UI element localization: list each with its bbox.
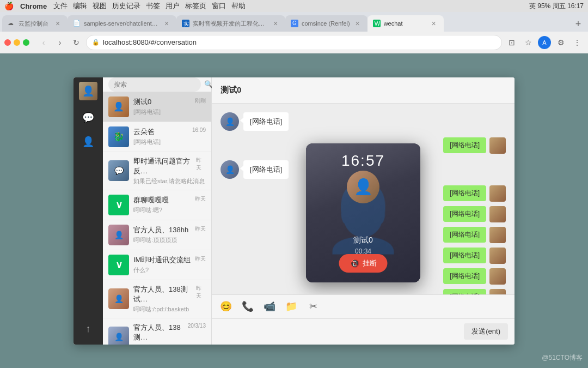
conv-info-official3: 官方人员、138测试… 昨天 呵呵哒:/:pd:/:basketb <box>133 285 206 313</box>
user-avatar: 👤 <box>79 82 97 100</box>
browser-window: ☁ 云监控制台 × 📄 samples-server/chatclient.js… <box>0 12 588 368</box>
conv-name-imgroup: IM即时通讯交流组 <box>133 255 191 265</box>
video-button[interactable]: 📹 <box>262 299 277 314</box>
conv-preview: [网络电话] <box>133 108 206 116</box>
right-avatar-3 <box>489 206 506 222</box>
right-bubble-7: [网络电话] <box>443 289 486 294</box>
chat-header: 测试0 <box>212 77 514 104</box>
conv-item-official3[interactable]: 👤 官方人员、138测试… 昨天 呵呵哒:/:pd:/:basketb <box>103 280 211 318</box>
tab4-title: comsince (Renfei) <box>302 20 350 27</box>
star-icon[interactable]: ☆ <box>522 36 535 49</box>
profile-icon[interactable]: A <box>538 36 551 49</box>
right-bubble-2: [网络电话] <box>443 185 486 201</box>
right-msg-row5: [网络电话] <box>443 248 506 264</box>
conv-info-group1: 群聊嘎嘎嘎 昨天 呵呵哒:嗯? <box>133 195 206 214</box>
tab-realtime[interactable]: 实 实时音视频开发的工程化实践[… × <box>176 15 285 32</box>
app-content: 👤 💬 👤 ↑ 🔍 <box>0 53 588 368</box>
menu-users[interactable]: 用户 <box>166 1 180 11</box>
tab4-close[interactable]: × <box>353 19 362 28</box>
scissors-button[interactable]: ✂ <box>305 299 321 314</box>
mac-status: 英 95% 周五 16:17 <box>529 2 584 11</box>
search-bar: 🔍 <box>103 77 211 92</box>
maximize-traffic[interactable] <box>23 39 29 46</box>
sidebar-icons: 👤 💬 👤 ↑ <box>74 77 103 345</box>
conv-item-official2[interactable]: 👤 官方人员、138hh 昨天 呵呵哒:顶顶顶顶 <box>103 220 211 250</box>
chat-messages: 👤 [网络电话] [网络电话] 👤 [网络电话] <box>212 104 514 294</box>
tab5-close[interactable]: × <box>430 19 438 28</box>
tab3-close[interactable]: × <box>271 19 280 28</box>
conv-item-official4[interactable]: 👤 官方人员、138测… 20/3/13 呵呵哒:sdfdfsad <box>103 318 211 345</box>
settings-icon: ↑ <box>86 323 91 335</box>
minimize-traffic[interactable] <box>14 39 20 46</box>
conv-item-imgroup[interactable]: ∨ IM即时通讯交流组 昨天 什么? <box>103 250 211 280</box>
menu-file[interactable]: 文件 <box>53 1 68 11</box>
conv-time-official4: 20/3/13 <box>188 323 206 342</box>
menu-icon[interactable]: ⋮ <box>571 36 584 49</box>
tab-comsince[interactable]: G comsince (Renfei) × <box>285 15 367 32</box>
new-tab-button[interactable]: + <box>571 16 586 32</box>
conv-item-ceshi0[interactable]: 👤 测试0 刚刚 [网络电话] <box>103 92 211 122</box>
msg-avatar-left1: 👤 <box>220 112 239 131</box>
close-traffic[interactable] <box>4 39 11 46</box>
tab-yunjian[interactable]: ☁ 云监控制台 × <box>2 15 68 32</box>
conv-info-official: 即时通讯问题官方反… 昨天 如果已经star,请您略此消息 <box>133 156 206 185</box>
conv-name-yunduba: 云朵爸 <box>133 127 155 137</box>
conv-item-group1[interactable]: ∨ 群聊嘎嘎嘎 昨天 呵呵哒:嗯? <box>103 190 211 220</box>
contacts-icon: 👤 <box>82 136 94 148</box>
chat-area: 测试0 👤 [网络电话] [网络电话] <box>212 77 514 345</box>
menu-help[interactable]: 帮助 <box>231 1 246 11</box>
sidebar-settings-icon[interactable]: ↑ <box>77 318 99 340</box>
chat-input-area: 发送(ent) <box>212 318 514 345</box>
forward-button[interactable]: › <box>53 36 66 49</box>
menu-tabs[interactable]: 标签页 <box>185 1 206 11</box>
conv-info-official2: 官方人员、138hh 昨天 呵呵哒:顶顶顶顶 <box>133 225 206 244</box>
conv-time: 刚刚 <box>195 97 206 107</box>
tab-wechat[interactable]: W wechat × <box>367 15 444 32</box>
conv-avatar-official4: 👤 <box>108 327 129 345</box>
tab-bar: ☁ 云监控制台 × 📄 samples-server/chatclient.js… <box>0 12 588 32</box>
right-msg-row7: [网络电话] <box>443 289 506 294</box>
tab1-close[interactable]: × <box>53 19 62 28</box>
back-button[interactable]: ‹ <box>37 36 50 49</box>
emoji-button[interactable]: 😊 <box>218 299 234 314</box>
right-avatar-2 <box>489 185 506 202</box>
conv-time-imgroup: 昨天 <box>195 255 206 265</box>
url-bar[interactable]: 🔒 localhost:8080/#/conversation <box>86 35 502 50</box>
send-button[interactable]: 发送(ent) <box>464 323 508 340</box>
menu-bookmarks[interactable]: 书签 <box>146 1 160 11</box>
message-row-left1: 👤 [网络电话] <box>220 112 506 131</box>
search-input[interactable] <box>108 77 201 92</box>
cast-icon[interactable]: ⊡ <box>505 36 518 49</box>
tab2-close[interactable]: × <box>162 19 171 28</box>
hangup-label: 挂断 <box>363 258 377 268</box>
right-msg-row2: [网络电话] <box>443 185 506 202</box>
conv-preview-official3: 呵呵哒:/:pd:/:basketb <box>133 305 206 313</box>
sidebar-contacts-icon[interactable]: 👤 <box>77 131 99 153</box>
hangup-button[interactable]: 📵 挂断 <box>339 254 388 273</box>
conv-avatar-imgroup: ∨ <box>108 255 129 275</box>
menu-history[interactable]: 历史记录 <box>112 1 140 11</box>
menu-view[interactable]: 视图 <box>93 1 107 11</box>
tab-samples[interactable]: 📄 samples-server/chatclient.js ≡ × <box>68 15 176 32</box>
conv-preview-imgroup: 什么? <box>133 266 206 274</box>
conv-item-yunduba[interactable]: 🐉 云朵爸 16:09 [网络电话] <box>103 122 211 152</box>
conv-time-group1: 昨天 <box>195 195 206 205</box>
conv-avatar-group1: ∨ <box>108 195 129 215</box>
conv-item-official[interactable]: 💬 即时通讯问题官方反… 昨天 如果已经star,请您略此消息 <box>103 152 211 190</box>
phone-button[interactable]: 📞 <box>240 299 255 314</box>
mac-menu: 文件 编辑 视图 历史记录 书签 用户 标签页 窗口 帮助 <box>53 1 246 11</box>
sidebar-chat-icon[interactable]: 💬 <box>77 107 99 129</box>
menu-edit[interactable]: 编辑 <box>73 1 87 11</box>
chat-toolbar: 😊 📞 📹 📁 ✂ <box>212 294 514 318</box>
mac-menubar: 🍎 Chrome 文件 编辑 视图 历史记录 书签 用户 标签页 窗口 帮助 英… <box>0 0 588 12</box>
extensions-icon[interactable]: ⚙ <box>554 36 567 49</box>
call-timer: 16:57 <box>306 152 420 170</box>
folder-button[interactable]: 📁 <box>284 299 299 314</box>
reload-button[interactable]: ↻ <box>70 36 83 49</box>
address-bar: ‹ › ↻ 🔒 localhost:8080/#/conversation ⊡ … <box>0 32 588 53</box>
right-avatar-4 <box>489 227 506 243</box>
conversation-list: 🔍 👤 测试0 刚刚 [网络电话] <box>103 77 212 345</box>
conv-info-imgroup: IM即时通讯交流组 昨天 什么? <box>133 255 206 274</box>
folder-icon: 📁 <box>285 300 297 312</box>
menu-window[interactable]: 窗口 <box>212 1 226 11</box>
